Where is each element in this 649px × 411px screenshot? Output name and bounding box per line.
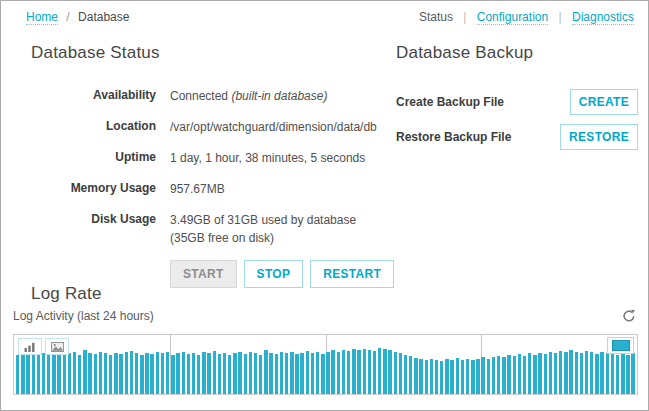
chart-bar [414,358,417,394]
chart-bar [73,352,76,394]
chart-bar [347,351,350,394]
field-row-disk-usage: Disk Usage 3.49GB of 31GB used by databa… [31,211,376,247]
chart-bar [352,349,355,394]
breadcrumb-home-link[interactable]: Home [26,10,58,25]
chart-bar [461,360,464,394]
chart-bar [476,359,479,394]
database-backup-title: Database Backup [396,43,638,63]
chart-bar [104,353,107,394]
chart-bar [590,352,593,394]
create-backup-button[interactable]: CREATE [570,89,638,115]
chart-bar [342,350,345,394]
chart-bar [26,355,29,394]
chart-bar [502,357,505,394]
chart-bar [456,358,459,394]
chart-bar [404,355,407,394]
chart-bar [440,361,443,394]
chart-bar [492,357,495,394]
chart-bar [114,353,117,394]
chart-bar [244,354,247,394]
chart-bar [331,350,334,394]
chart-bar [466,359,469,394]
chart-bar [326,352,329,394]
chart-bar [337,352,340,394]
chart-bar [161,353,164,394]
restore-backup-label: Restore Backup File [396,130,511,144]
restart-button[interactable]: RESTART [310,260,394,288]
chart-bar [373,351,376,394]
database-backup-rows: Create Backup File CREATE Restore Backup… [396,89,638,150]
start-button[interactable]: START [170,260,237,288]
chart-bar [471,360,474,394]
chart-bar [306,351,309,394]
create-backup-row: Create Backup File CREATE [396,89,638,115]
nav-status[interactable]: Status [419,10,453,24]
top-bar: Home / Database Status | Configuration |… [26,10,634,24]
chart-bar [99,352,102,394]
database-status-title: Database Status [31,43,376,63]
chart-bar [600,352,603,394]
field-value: 1 day, 1 hour, 38 minutes, 5 seconds [170,149,376,167]
chart-bar [595,354,598,394]
chart-bar [621,353,624,394]
chart-bar [585,351,588,394]
chart-bar [238,352,241,394]
field-label: Disk Usage [31,211,156,247]
chart-bar [140,355,143,394]
chart-bar [507,355,510,394]
chart-bar [285,353,288,394]
chart-bar [42,353,45,394]
chart-bar [223,353,226,394]
chart-bar [78,355,81,394]
chart-bar [569,350,572,394]
nav-diagnostics-link[interactable]: Diagnostics [572,10,634,25]
chart-bar [47,351,50,394]
field-label: Location [31,118,156,136]
chart-bar [544,354,547,394]
chart-bar [445,359,448,394]
availability-value-note: (built-in database) [231,89,327,103]
chart-bar [388,350,391,394]
database-backup-section: Database Backup Create Backup File CREAT… [396,43,638,159]
export-image-button[interactable] [45,338,69,355]
field-value: /var/opt/watchguard/dimension/data/db [170,118,377,136]
log-activity-chart[interactable] [13,334,638,395]
chart-bar [378,348,381,394]
chart-bar [176,353,179,394]
chart-bar [300,353,303,394]
chart-bar [125,352,128,394]
chart-bar [487,359,490,394]
refresh-button[interactable] [622,309,636,323]
field-label: Memory Usage [31,180,156,198]
chart-bar [135,353,138,394]
chart-type-bar-button[interactable] [18,338,42,355]
nav-separator: | [559,10,562,24]
chart-bar [611,352,614,394]
chart-bar [425,360,428,394]
chart-bar [83,350,86,394]
chart-bar [197,355,200,394]
chart-bar [145,353,148,394]
field-row-location: Location /var/opt/watchguard/dimension/d… [31,118,376,136]
breadcrumb: Home / Database [26,10,129,24]
chart-bar [435,360,438,394]
chart-bar [383,349,386,394]
chart-header-row: Log Activity (last 24 hours) [13,309,636,323]
restore-backup-row: Restore Backup File RESTORE [396,124,638,150]
chart-bar [497,356,500,394]
restore-backup-button[interactable]: RESTORE [560,124,638,150]
chart-overview-button[interactable] [607,337,634,354]
chart-bar [207,353,210,394]
chart-bar [259,355,262,394]
stop-button[interactable]: STOP [244,260,304,288]
field-value: 3.49GB of 31GB used by database (35GB fr… [170,211,376,247]
chart-bar [57,355,60,394]
page: Home / Database Status | Configuration |… [0,0,649,411]
field-value: Connected (built-in database) [170,87,376,105]
nav-configuration-link[interactable]: Configuration [477,10,548,25]
chart-bar [518,354,521,394]
chart-bar [213,351,216,394]
chart-bar [16,355,19,394]
chart-bar [450,360,453,394]
chart-bar [368,350,371,394]
